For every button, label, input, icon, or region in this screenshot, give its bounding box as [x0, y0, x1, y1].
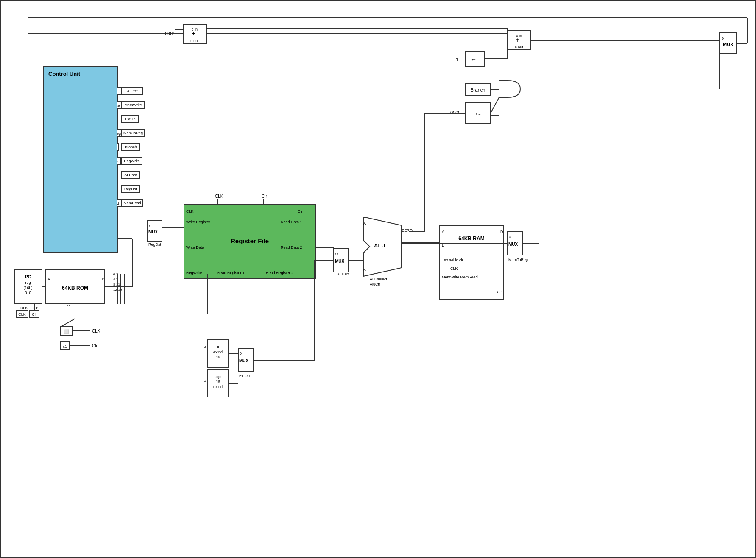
svg-rect-79: [30, 310, 39, 318]
svg-text:MemToReg: MemToReg: [508, 258, 528, 262]
svg-text:RegWrite: RegWrite: [186, 271, 202, 275]
svg-rect-30: [508, 232, 522, 255]
svg-text:Branch: Branch: [471, 87, 485, 92]
svg-rect-123: [207, 340, 229, 367]
svg-text:4: 4: [204, 345, 206, 349]
svg-text:+: +: [192, 30, 195, 37]
svg-text:c out: c out: [190, 39, 199, 43]
svg-text:str sel  ld  clr: str sel ld clr: [444, 258, 463, 262]
svg-text:reg: reg: [25, 280, 31, 285]
svg-text:ALUsrc: ALUsrc: [337, 272, 350, 276]
svg-line-154: [60, 319, 75, 327]
svg-rect-70: [14, 270, 42, 304]
svg-text:Clr: Clr: [497, 290, 502, 294]
svg-text:A: A: [442, 230, 444, 234]
svg-text:extnd: extnd: [213, 350, 223, 354]
svg-text:12-15: 12-15: [113, 288, 122, 291]
svg-text:Write Data: Write Data: [186, 245, 204, 250]
svg-text:4: 4: [204, 379, 206, 383]
svg-text:D: D: [500, 230, 503, 234]
svg-text:Read Register 1: Read Register 1: [217, 271, 245, 275]
svg-text:CLK: CLK: [215, 194, 223, 199]
svg-text:0: 0: [509, 235, 511, 239]
svg-text:+: +: [516, 36, 519, 43]
svg-rect-85: [60, 342, 70, 350]
svg-rect-128: [207, 369, 229, 397]
svg-text:= =: = =: [475, 106, 480, 111]
svg-rect-16: [465, 83, 491, 95]
svg-text:D: D: [102, 277, 105, 281]
svg-text:D: D: [442, 243, 445, 247]
svg-rect-77: [16, 310, 28, 318]
svg-text:RegDst: RegDst: [148, 242, 162, 247]
svg-rect-0: [183, 24, 206, 43]
svg-marker-34: [363, 217, 402, 276]
svg-text:Read Data 1: Read Data 1: [281, 220, 302, 224]
cu-memwrite-port: MemWrite: [121, 101, 145, 109]
svg-text:MUX: MUX: [148, 230, 158, 234]
svg-rect-133: [238, 348, 253, 372]
control-unit-title: Control Unit: [48, 71, 80, 77]
cu-alusrc-port: ALUsrc: [121, 171, 140, 179]
svg-text:CLK: CLK: [20, 306, 28, 310]
svg-text:16: 16: [216, 380, 220, 384]
svg-text:Read Register 2: Read Register 2: [266, 271, 293, 275]
svg-text:sign: sign: [215, 375, 222, 379]
svg-rect-65: [45, 270, 105, 304]
svg-rect-13: [720, 33, 736, 54]
svg-text:MUX: MUX: [335, 259, 345, 264]
svg-rect-10: [465, 52, 484, 67]
svg-rect-81: [60, 326, 72, 336]
svg-text:sel: sel: [67, 303, 72, 307]
cu-extop-port: ExtOp: [121, 115, 139, 123]
svg-text:0: 0: [149, 224, 151, 228]
svg-text:CLK: CLK: [186, 209, 194, 214]
control-unit-block: Control Unit: [43, 67, 117, 253]
svg-text:ZERO: ZERO: [402, 228, 413, 233]
svg-text:B: B: [363, 268, 366, 272]
svg-text:Clr: Clr: [298, 209, 303, 214]
svg-text:0: 0: [335, 252, 338, 256]
cu-regwrite-port: RegWrite: [121, 157, 142, 165]
svg-rect-6: [508, 31, 531, 50]
svg-text:64KB ROM: 64KB ROM: [62, 285, 88, 291]
svg-text:MemWrite  MemRead: MemWrite MemRead: [442, 275, 478, 279]
svg-text:0..0: 0..0: [25, 291, 31, 295]
svg-rect-26: [334, 249, 349, 272]
cu-memread-port: MemRead: [121, 199, 143, 207]
svg-text:MUX: MUX: [723, 42, 734, 47]
svg-text:ALU: ALU: [374, 242, 385, 249]
svg-text:AluCtr: AluCtr: [370, 282, 380, 286]
svg-text:Clr: Clr: [32, 312, 37, 316]
svg-text:0: 0: [722, 36, 724, 41]
svg-text:(16b): (16b): [23, 286, 32, 290]
svg-rect-50: [184, 204, 315, 278]
svg-text:0-3: 0-3: [113, 272, 118, 276]
svg-text:Read Data 2: Read Data 2: [281, 245, 302, 250]
svg-text:0: 0: [217, 345, 219, 349]
cu-memtoreg-port: MemToReg: [121, 129, 145, 137]
svg-text:CLK: CLK: [92, 329, 100, 333]
svg-text:←: ←: [471, 56, 477, 63]
svg-text:CLK: CLK: [450, 267, 458, 271]
svg-text:c in: c in: [516, 33, 522, 38]
svg-line-181: [491, 97, 499, 113]
svg-text:1: 1: [456, 57, 458, 62]
svg-rect-41: [440, 225, 503, 300]
svg-text:A: A: [363, 221, 366, 225]
svg-rect-22: [147, 220, 162, 242]
svg-text:0001: 0001: [165, 31, 175, 36]
svg-text:Write Register: Write Register: [186, 220, 210, 224]
cu-aluctr-port: AluCtr: [121, 87, 143, 95]
svg-text:PC: PC: [25, 275, 31, 279]
svg-text:Clr: Clr: [262, 194, 267, 199]
svg-text:ALUselect: ALUselect: [370, 277, 388, 281]
svg-text:x1: x1: [63, 344, 67, 349]
svg-text:extnd: extnd: [213, 385, 223, 389]
svg-text:⬜: ⬜: [64, 329, 69, 334]
svg-text:MUX: MUX: [239, 358, 249, 363]
svg-text:16: 16: [216, 355, 220, 359]
cpu-diagram: c in + c out 0001 c in + c out ← 1 0 MUX…: [0, 0, 756, 558]
svg-text:Clr: Clr: [92, 344, 98, 348]
svg-text:MUX: MUX: [508, 242, 518, 247]
